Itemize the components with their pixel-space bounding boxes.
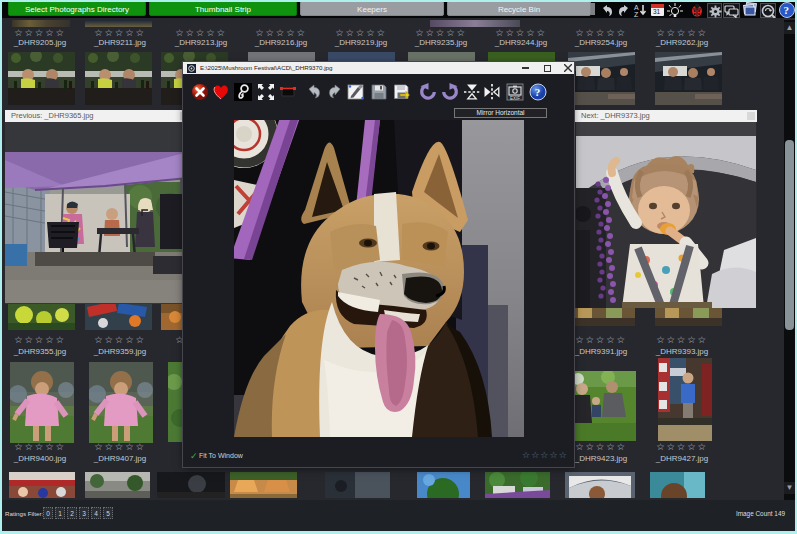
svg-text:EXIF: EXIF: [510, 96, 520, 101]
svg-text:31: 31: [653, 8, 661, 15]
svg-text:?: ?: [784, 4, 790, 16]
svg-text:Z: Z: [634, 11, 639, 18]
svg-text:A: A: [634, 4, 639, 11]
svg-text:?: ?: [535, 86, 541, 98]
